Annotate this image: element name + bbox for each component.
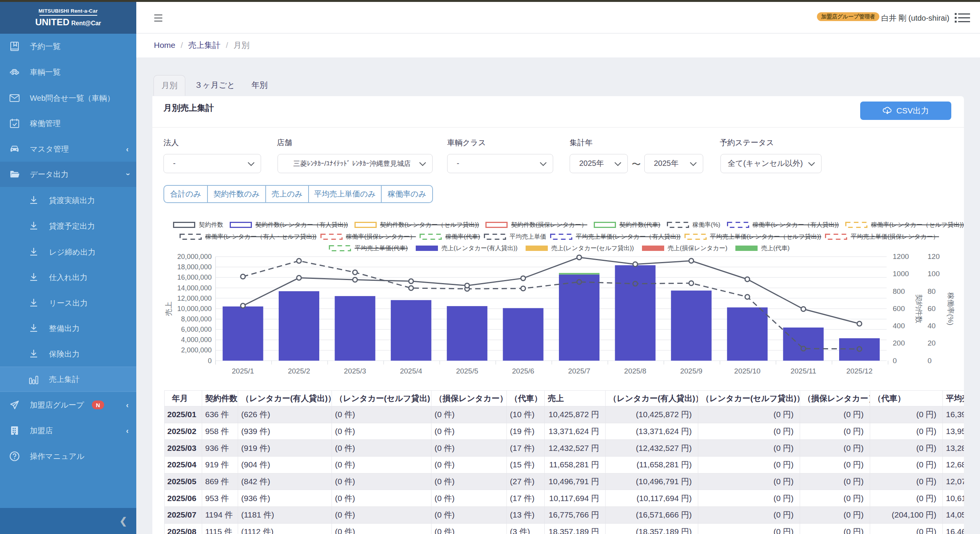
svg-text:2025/10: 2025/10 <box>734 367 761 375</box>
svg-text:800: 800 <box>893 287 905 295</box>
svg-text:売上: 売上 <box>165 301 173 316</box>
svg-text:1000: 1000 <box>893 270 909 278</box>
svg-text:8,000,000: 8,000,000 <box>181 315 212 323</box>
svg-text:60: 60 <box>928 305 936 313</box>
svg-text:2025/3: 2025/3 <box>344 367 366 375</box>
svg-text:16,000,000: 16,000,000 <box>177 274 212 281</box>
svg-text:2025/11: 2025/11 <box>791 367 816 375</box>
svg-text:20,000,000: 20,000,000 <box>177 253 212 260</box>
svg-text:2,000,000: 2,000,000 <box>181 346 212 354</box>
svg-text:契約件数: 契約件数 <box>915 294 923 323</box>
svg-text:稼働率(%): 稼働率(%) <box>947 292 955 326</box>
svg-text:2025/2: 2025/2 <box>288 367 310 375</box>
svg-text:2025/5: 2025/5 <box>456 367 478 375</box>
svg-text:14,000,000: 14,000,000 <box>177 284 212 292</box>
svg-text:120: 120 <box>928 252 940 260</box>
svg-text:2025/6: 2025/6 <box>512 367 534 375</box>
svg-text:2025/7: 2025/7 <box>568 367 590 375</box>
svg-text:600: 600 <box>893 305 905 313</box>
svg-text:100: 100 <box>928 270 940 278</box>
svg-text:20: 20 <box>928 339 936 347</box>
svg-text:200: 200 <box>893 339 905 347</box>
svg-text:0: 0 <box>893 357 897 365</box>
svg-text:1200: 1200 <box>893 252 909 260</box>
svg-text:6,000,000: 6,000,000 <box>181 326 212 333</box>
svg-text:2025/9: 2025/9 <box>680 367 702 375</box>
svg-text:18,000,000: 18,000,000 <box>177 263 212 271</box>
svg-text:4,000,000: 4,000,000 <box>181 336 212 344</box>
svg-text:0: 0 <box>208 357 212 365</box>
svg-text:400: 400 <box>893 322 905 330</box>
svg-text:2025/1: 2025/1 <box>232 367 254 375</box>
svg-text:40: 40 <box>928 322 936 330</box>
svg-text:2025/4: 2025/4 <box>400 367 423 375</box>
svg-text:2025/12: 2025/12 <box>846 367 873 375</box>
svg-text:12,000,000: 12,000,000 <box>177 295 212 302</box>
svg-text:10,000,000: 10,000,000 <box>177 305 212 313</box>
svg-text:0: 0 <box>928 357 932 365</box>
svg-text:80: 80 <box>928 287 936 295</box>
svg-text:2025/8: 2025/8 <box>624 367 646 375</box>
